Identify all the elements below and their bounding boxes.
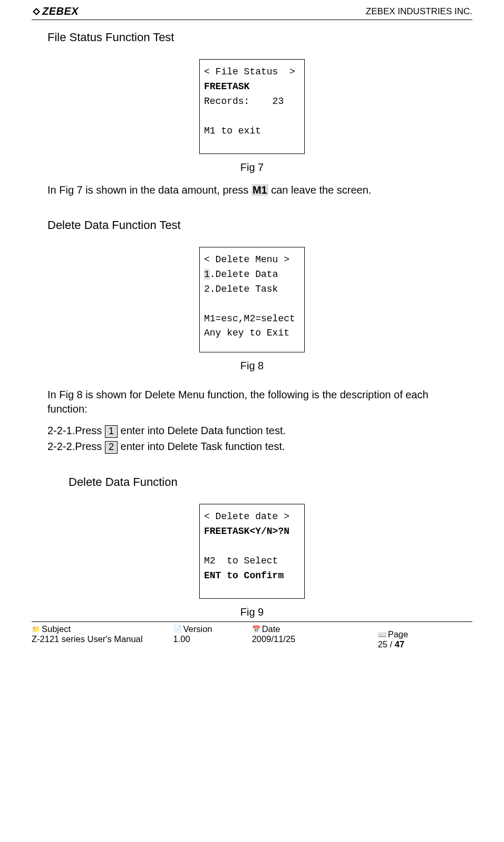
footer-page: 📖Page 25 / 47 [346,624,472,649]
company-name: ZEBEX INDUSTRIES INC. [366,6,472,17]
section-title-file-status: File Status Function Test [47,31,457,44]
key-1: 1 [105,425,118,438]
logo-mark-icon [32,7,41,16]
section-title-delete-data-test: Delete Data Function Test [47,218,457,232]
footer-page-value: 25 / 47 [378,639,441,649]
lcd-highlight: 1 [204,269,210,280]
page-total: 47 [395,639,404,649]
lcd-screen-fig7: < File Status > FREETASK Records: 23 M1 … [199,59,305,154]
lcd-line: < Delete Menu > [204,254,289,265]
key-m1: M1 [251,184,268,196]
lcd-line: Any key to Exit [204,328,289,338]
folder-icon: 📁 [32,625,40,633]
page-sep: / [387,639,395,649]
footer-date: 📅Date 2009/11/25 [252,624,346,649]
lcd-line: < Delete date > [204,511,289,522]
step-2: 2-2-2.Press 2 enter into Delete Task fun… [47,438,457,454]
step-1: 2-2-1.Press 1 enter into Delete Data fun… [47,423,457,438]
figure-label: Fig 7 [47,161,457,174]
book-icon: 📖 [378,630,386,638]
figure-label: Fig 9 [47,606,457,618]
logo-text: ZEBEX [42,5,79,17]
text-run: enter into Delete Data function test. [118,425,286,436]
key-2: 2 [105,441,118,454]
text-run: 2-2-2.Press [47,441,105,452]
footer-subject: 📁Subject Z-2121 series User's Manual [32,624,173,649]
text-run: In Fig 7 is shown in the data amount, pr… [47,184,251,196]
lcd-line: FREETASK<Y/N>?N [204,526,289,537]
lcd-line: .Delete Data [210,269,278,280]
lcd-line: ENT to Confirm [204,570,284,581]
lcd-line: M1=esc,M2=select [204,313,295,324]
lcd-screen-fig8: < Delete Menu > 1.Delete Data 2.Delete T… [199,247,305,352]
text-run: can leave the screen. [268,184,372,196]
footer-value: Z-2121 series User's Manual [32,634,173,644]
text-run: 2-2-1.Press [47,425,105,436]
page-current: 25 [378,639,387,649]
footer-label-text: Subject [42,624,71,634]
footer-value: 2009/11/25 [252,634,346,644]
lcd-line: M2 to Select [204,556,278,566]
page-header: ZEBEX ZEBEX INDUSTRIES INC. [32,5,472,20]
logo: ZEBEX [32,5,79,17]
lcd-line: Records: 23 [204,96,284,107]
lcd-screen-fig9: < Delete date > FREETASK<Y/N>?N M2 to Se… [199,504,305,599]
lcd-line: M1 to exit [204,126,261,136]
paragraph-fig8-desc: In Fig 8 is shown for Delete Menu functi… [47,388,457,416]
footer-label-text: Date [262,624,280,634]
figure-label: Fig 8 [47,360,457,372]
footer-label-text: Page [388,629,409,639]
document-icon: 📄 [173,625,182,633]
page-content: File Status Function Test < File Status … [32,31,472,618]
section-title-delete-data-func: Delete Data Function [69,475,457,489]
lcd-line: 2.Delete Task [204,284,278,294]
footer-label-text: Version [183,624,212,634]
lcd-line: FREETASK [204,81,249,92]
lcd-line: < File Status > [204,66,295,77]
footer-value: 1.00 [173,634,252,644]
text-run: enter into Delete Task function test. [118,441,285,452]
page-footer: 📁Subject Z-2121 series User's Manual 📄Ve… [32,621,472,649]
calendar-icon: 📅 [252,625,260,633]
footer-version: 📄Version 1.00 [173,624,252,649]
paragraph-fig7-desc: In Fig 7 is shown in the data amount, pr… [47,183,457,197]
